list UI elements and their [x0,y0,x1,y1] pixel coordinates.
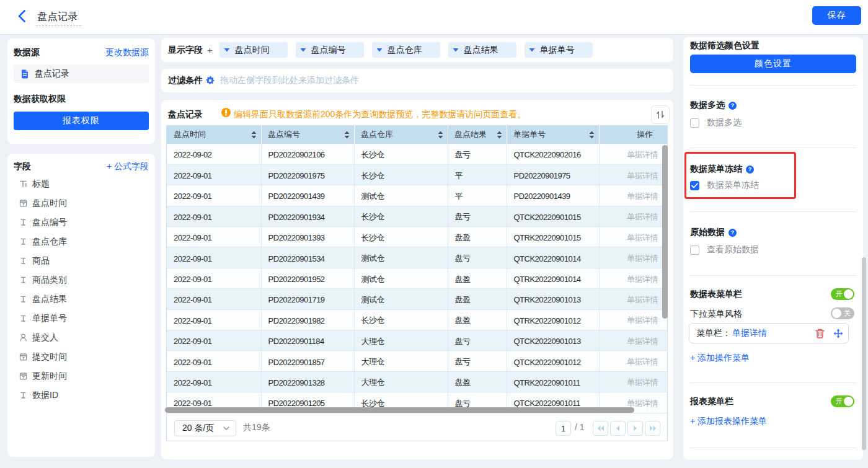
prev-page-button[interactable] [610,421,626,436]
field-item[interactable]: 数据ID [7,386,155,405]
display-field-chip[interactable]: 盘点时间 [219,42,288,58]
display-field-chip[interactable]: 盘点编号 [296,42,364,58]
field-item-label: 盘点编号 [32,217,67,228]
field-item-label: 商品 [32,255,50,267]
table-frame [166,125,668,441]
table-horizontal-scrollbar-thumb[interactable] [165,407,634,413]
divider [690,382,856,383]
field-item[interactable]: 商品类别 [7,270,155,289]
divider [690,211,856,212]
first-page-button[interactable] [593,421,608,436]
checkbox-checked-icon[interactable] [690,181,699,190]
move-icon[interactable] [833,329,843,338]
change-datasource-link[interactable]: 更改数据源 [105,47,149,58]
help-icon[interactable]: ? [728,102,737,110]
raw-data-title: 原始数据 ? [690,227,856,238]
page-title: 盘点记录 [37,11,78,24]
filter-gear-icon[interactable] [205,76,215,86]
divider [690,448,856,448]
settings-card: 数据筛选颜色设置 颜色设置 数据多选 ? 数据多选 数据菜单冻结 ? 数据菜单冻… [683,37,863,460]
caret-down-icon [529,48,535,53]
toggle-knob [844,289,853,299]
checkbox-unchecked-icon[interactable] [690,245,699,255]
total-count: 共19条 [243,422,270,433]
display-field-chip[interactable]: 盘点仓库 [372,42,440,58]
fields-title: 字段 [14,161,31,172]
section-title-text: 数据多选 [690,100,725,111]
next-page-button[interactable] [627,421,643,436]
freeze-checkbox-row[interactable]: 数据菜单冻结 [690,180,759,191]
page-size-select[interactable]: 20 条/页 [174,420,236,436]
field-item-label: 更新时间 [32,371,67,382]
settings-section: 原始数据 ? [690,227,856,238]
add-formula-field-link[interactable]: + 公式字段 [107,161,149,172]
section-title-text: 原始数据 [690,227,725,238]
toggle-label: 开 [836,397,843,406]
datasource-title: 数据源 [14,47,40,58]
sort-order-icon [655,110,665,120]
field-item[interactable]: 盘点编号 [7,213,155,232]
page-size-value: 20 条/页 [182,423,214,434]
add-display-field-icon[interactable]: + [207,45,213,55]
menu-item-box[interactable]: 菜单栏： 单据详情 [689,323,849,343]
multi-select-checkbox-row[interactable]: 数据多选 [690,117,742,128]
sort-order-button[interactable] [651,105,670,124]
datasource-item-label: 盘点记录 [35,68,69,79]
title-underline [36,25,81,26]
page-scrollbar-thumb[interactable] [862,257,866,450]
caret-down-icon [376,48,383,53]
table-notice: 编辑界面只取数据源前200条作为查询数据预览，完整数据请访问页面查看。 [234,109,526,120]
divider [690,148,856,148]
toggle-knob [844,397,853,406]
table-vertical-scrollbar-thumb[interactable] [662,145,668,319]
field-item[interactable]: 商品 [7,251,155,270]
add-report-menu-link[interactable]: + 添加报表操作菜单 [690,416,767,427]
color-setting-button[interactable]: 颜色设置 [690,55,856,73]
field-item[interactable]: 盘点时间 [7,193,155,213]
datasource-item[interactable]: 盘点记录 [14,64,149,83]
display-field-chip[interactable]: 盘点结果 [448,42,516,58]
right-icon [633,425,637,431]
trash-icon[interactable] [815,329,825,338]
field-item[interactable]: 盘点仓库 [7,232,155,251]
document-icon [20,69,29,79]
menu-item-icons [815,329,843,338]
pagination: 20 条/页 共19条 1 / 1 [168,417,666,435]
double-left-icon [597,425,604,431]
add-action-menu-link[interactable]: + 添加操作菜单 [690,353,750,364]
chip-label: 盘点时间 [235,45,270,56]
display-field-chip[interactable]: 单据单号 [525,42,593,58]
chip-label: 单据单号 [540,45,575,56]
caret-down-icon [300,48,306,53]
text-field-icon [19,218,27,227]
back-icon[interactable] [16,9,29,23]
raw-data-checkbox-row[interactable]: 查看原始数据 [690,244,759,255]
checkbox-unchecked-icon[interactable] [690,118,699,128]
text-field-icon [19,257,27,265]
menu-item-value: 单据详情 [732,328,767,339]
report-menubar-toggle-on[interactable]: 开 [831,395,854,407]
text-field-icon [19,237,27,246]
field-item[interactable]: 单据单号 [7,309,155,328]
dropdown-style-toggle-off[interactable]: 关 [831,307,854,319]
table-title: 盘点记录 [168,109,203,120]
toggle-label: 关 [844,309,851,318]
fields-header-row: 字段 + 公式字段 [14,161,149,172]
field-item[interactable]: 提交时间 [7,347,155,366]
table-card: 盘点记录 编辑界面只取数据源前200条作为查询数据预览，完整数据请访问页面查看。… [161,100,673,459]
field-item-label: 商品类别 [32,275,67,286]
field-item[interactable]: 盘点结果 [7,289,155,309]
date-field-icon [19,199,27,208]
text-field-icon [19,314,27,323]
help-icon[interactable]: ? [728,229,737,237]
help-icon[interactable]: ? [746,166,754,174]
field-item[interactable]: 提交人 [7,328,155,347]
menubar-toggle-on[interactable]: 开 [831,288,854,300]
field-item[interactable]: 更新时间 [7,366,155,386]
last-page-button[interactable] [645,421,660,436]
dropdown-style-label: 下拉菜单风格 [690,309,742,319]
save-button[interactable]: 保存 [812,6,861,25]
page-number-input[interactable]: 1 [556,421,571,436]
report-permission-button[interactable]: 报表权限 [14,112,149,130]
field-item[interactable]: 标题 [7,174,155,193]
